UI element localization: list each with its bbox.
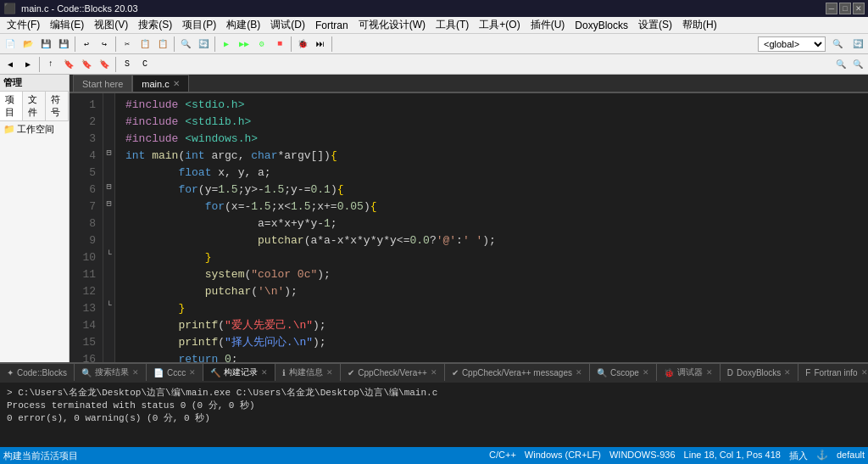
open-button[interactable]: 📂 <box>19 36 36 53</box>
menu-plugins[interactable]: 插件(U) <box>526 16 570 34</box>
paste-button[interactable]: 📋 <box>154 36 171 53</box>
back-button[interactable]: ◀ <box>2 56 19 73</box>
left-tab-project[interactable]: 项目 <box>0 92 23 120</box>
menu-help[interactable]: 帮助(H) <box>677 16 722 34</box>
menu-project[interactable]: 项目(P) <box>177 16 221 34</box>
bottom-tab-cppcheck-close[interactable]: ✕ <box>431 368 437 377</box>
redo-button[interactable]: ↪ <box>96 36 113 53</box>
menu-build[interactable]: 构建(B) <box>221 16 265 34</box>
find-button[interactable]: 🔍 <box>177 36 194 53</box>
run-button[interactable]: ▶▶ <box>236 36 253 53</box>
bottom-tab-cccc-close[interactable]: ✕ <box>189 368 196 377</box>
jump-button[interactable]: ↑ <box>42 56 59 73</box>
bookmark3-button[interactable]: 🔖 <box>96 56 113 73</box>
menu-settings[interactable]: 设置(S) <box>633 16 677 34</box>
bottom-tab-buildlog-label: 构建记录 <box>224 366 258 378</box>
status-readonly: ⚓ <box>816 450 828 462</box>
bottom-tab-cccc-label: Cccc <box>167 368 186 377</box>
copy-button[interactable]: 📋 <box>136 36 153 53</box>
bottom-tab-search[interactable]: 🔍 搜索结果 ✕ <box>75 364 147 381</box>
search-toolbar-btn[interactable]: 🔍 <box>829 36 846 53</box>
menu-edit[interactable]: 编辑(E) <box>45 16 89 34</box>
bottom-tab-debugger-close[interactable]: ✕ <box>706 368 713 377</box>
toggle-btn[interactable]: S <box>119 56 136 73</box>
refresh-btn[interactable]: 🔄 <box>849 36 866 53</box>
save-button[interactable]: 💾 <box>37 36 54 53</box>
bottom-tab-fortran-close[interactable]: ✕ <box>861 368 868 377</box>
bottom-tab-cscope[interactable]: 🔍 Cscope ✕ <box>590 364 657 381</box>
bottom-tab-debugger[interactable]: 🐞 调试器 ✕ <box>657 364 721 381</box>
save-all-button[interactable]: 💾 <box>55 36 72 53</box>
bottom-tab-buildinfo-icon: ℹ <box>282 368 286 377</box>
menu-view[interactable]: 视图(V) <box>89 16 133 34</box>
bottom-tab-debugger-icon: 🐞 <box>664 368 674 377</box>
menu-tools[interactable]: 工具(T) <box>431 16 474 34</box>
bottom-tab-search-close[interactable]: ✕ <box>132 368 139 377</box>
zoom-in-btn[interactable]: 🔍 <box>849 56 866 73</box>
status-default: default <box>837 450 865 462</box>
cut-button[interactable]: ✂ <box>119 36 136 53</box>
menu-search[interactable]: 搜索(S) <box>133 16 177 34</box>
debug-button[interactable]: 🐞 <box>294 36 311 53</box>
sep1 <box>75 36 75 52</box>
global-dropdown[interactable]: <global> <box>758 36 826 52</box>
close-button[interactable]: ✕ <box>853 3 865 14</box>
code-line-5: float x, y, a; <box>125 165 858 182</box>
bottom-tab-codeblocks-icon: ✦ <box>7 368 14 377</box>
replace-button[interactable]: 🔄 <box>195 36 212 53</box>
new-file-button[interactable]: 📄 <box>2 36 19 53</box>
step-button[interactable]: ⏭ <box>312 36 329 53</box>
workspace-item[interactable]: 📁 工作空间 <box>0 121 69 137</box>
code-line-14: printf("爱人先爱己.\n"); <box>125 317 858 334</box>
bottom-tab-cppcheck-msg-close[interactable]: ✕ <box>576 368 582 377</box>
menu-tools-plus[interactable]: 工具+(O) <box>474 16 525 34</box>
code-line-3: #include <windows.h> <box>125 131 858 148</box>
stop-button[interactable]: ■ <box>271 36 288 53</box>
build-run-button[interactable]: ⚙ <box>253 36 270 53</box>
bottom-tab-buildlog-close[interactable]: ✕ <box>261 368 268 377</box>
code-line-1: #include <stdio.h> <box>125 97 858 114</box>
zoom-out-btn[interactable]: 🔍 <box>832 56 849 73</box>
window-title: main.c - Code::Blocks 20.03 <box>21 3 138 14</box>
bottom-area: ✦ Code::Blocks 🔍 搜索结果 ✕ 📄 Cccc ✕ 🔨 构建记录 … <box>0 362 868 447</box>
bookmark-button[interactable]: 🔖 <box>60 56 77 73</box>
bottom-tab-doxy[interactable]: D DoxyBlocks ✕ <box>721 364 798 381</box>
bookmark2-button[interactable]: 🔖 <box>78 56 95 73</box>
tab-main-c[interactable]: main.c ✕ <box>132 75 188 92</box>
menu-designer[interactable]: 可视化设计(W) <box>353 16 431 34</box>
bottom-tab-buildlog[interactable]: 🔨 构建记录 ✕ <box>203 364 275 381</box>
bottom-tab-cscope-label: Cscope <box>610 368 639 377</box>
menu-doxyblocks[interactable]: DoxyBlocks <box>570 18 633 33</box>
bottom-tab-codeblocks[interactable]: ✦ Code::Blocks <box>0 364 75 381</box>
bottom-tab-fortran[interactable]: F Fortran info ✕ <box>798 364 868 381</box>
status-right: C/C++ Windows (CR+LF) WINDOWS-936 Line 1… <box>489 450 865 462</box>
toggle2-btn[interactable]: C <box>136 56 153 73</box>
bottom-tab-cppcheck-msg[interactable]: ✔ CppCheck/Vera++ messages ✕ <box>445 364 590 381</box>
menu-fortran[interactable]: Fortran <box>310 18 353 33</box>
status-eol: Windows (CR+LF) <box>525 450 601 462</box>
bottom-tab-doxy-close[interactable]: ✕ <box>784 368 791 377</box>
tab-bar: Start here main.c ✕ <box>70 75 868 93</box>
bottom-tab-cccc[interactable]: 📄 Cccc ✕ <box>147 364 203 381</box>
undo-button[interactable]: ↩ <box>78 36 95 53</box>
toolbar-row2: ◀ ▶ ↑ 🔖 🔖 🔖 S C 🔍 🔍 <box>0 54 868 75</box>
menu-debug[interactable]: 调试(D) <box>265 16 310 34</box>
tab-main-c-close[interactable]: ✕ <box>173 79 180 88</box>
left-tab-files[interactable]: 文件 <box>23 92 46 120</box>
build-button[interactable]: ▶ <box>218 36 235 53</box>
sep4 <box>214 36 215 52</box>
left-tab-symbols[interactable]: 符号 <box>46 92 69 120</box>
code-content: #include <stdio.h> #include <stdlib.h> #… <box>115 93 868 362</box>
minimize-button[interactable]: ─ <box>826 3 837 14</box>
bottom-tab-cppcheck[interactable]: ✔ CppCheck/Vera++ ✕ <box>341 364 445 381</box>
bottom-tab-cscope-close[interactable]: ✕ <box>643 368 649 377</box>
menu-file[interactable]: 文件(F) <box>2 16 45 34</box>
code-view[interactable]: 12345 678910 1112131415 161718 ⊟ ⊟ ⊟ └ └… <box>70 93 868 362</box>
bottom-tab-fortran-label: Fortran info <box>814 368 857 377</box>
forward-button[interactable]: ▶ <box>19 56 36 73</box>
bottom-tab-search-label: 搜索结果 <box>95 366 129 378</box>
bottom-tab-buildinfo-close[interactable]: ✕ <box>326 368 333 377</box>
bottom-tab-buildinfo[interactable]: ℹ 构建信息 ✕ <box>275 364 341 381</box>
tab-start-here[interactable]: Start here <box>73 75 132 92</box>
maximize-button[interactable]: □ <box>839 3 851 14</box>
